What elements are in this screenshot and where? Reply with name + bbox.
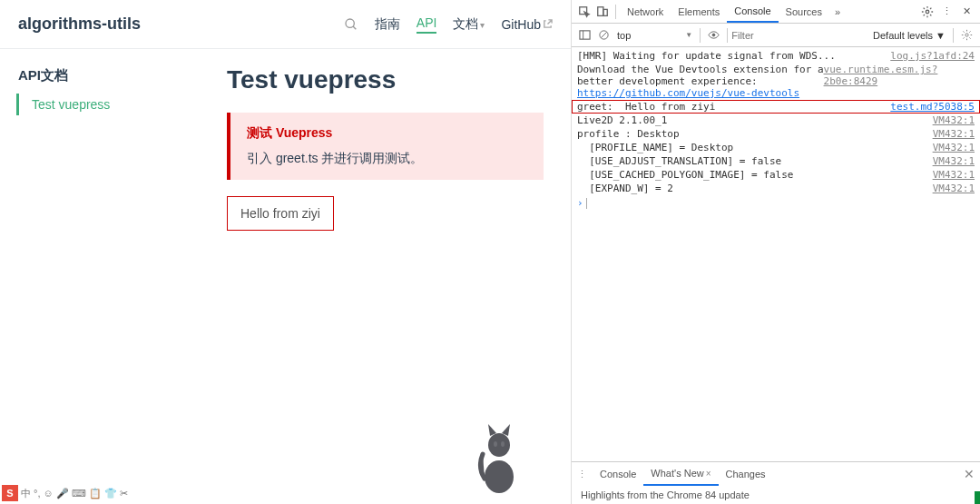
svg-rect-3 [598,6,603,15]
search-icon[interactable] [344,17,358,32]
drawer-tab-whatsnew[interactable]: What's New × [643,462,718,486]
svg-point-0 [346,19,354,27]
close-devtools[interactable]: ✕ [957,5,976,17]
ime-toolbar[interactable]: S 中 °, ☺ 🎤 ⌨ 📋 👕 ✂ [2,484,128,502]
page-title: Test vuepress [227,65,544,94]
svg-point-13 [488,433,510,457]
log-row: [USE_CACHED_POLYGON_IMAGE] = falseVM432:… [572,168,980,182]
devtools-tabs: Network Elements Console Sources » ⋮ ✕ [572,0,980,24]
svg-point-10 [712,34,715,36]
ime-badge[interactable]: S [2,485,18,501]
nav-item-api[interactable]: API [416,15,437,34]
sidebar-item-test-vuepress[interactable]: Test vuepress [16,94,200,115]
log-source[interactable]: test.md?5038:5 [890,101,975,113]
clear-console-icon[interactable] [598,29,610,41]
log-row: Download the Vue Devtools extension for … [572,63,980,100]
drawer-tab-changes[interactable]: Changes [719,469,773,479]
svg-rect-6 [580,31,590,39]
drawer-kebab-icon[interactable]: ⋮ [577,469,587,480]
log-source[interactable]: vue.runtime.esm.js?2b0e:8429 [824,64,975,99]
tab-console[interactable]: Console [727,0,778,23]
live2d-cat [472,413,526,495]
close-tab-icon[interactable]: × [706,469,711,479]
drawer-body: Highlights from the Chrome 84 update [572,486,980,504]
top-nav: algorithms-utils 指南 API 文档▾ GitHub [0,0,571,49]
svg-rect-4 [603,9,607,15]
tip-title: 测试 Vuepress [247,125,527,142]
sidebar: API文档 Test vuepress [0,49,200,504]
log-row: profile : DesktopVM432:1 [572,127,980,141]
log-levels-selector[interactable]: Default levels ▼ [873,30,946,41]
greet-output: Hello from ziyi [227,196,334,231]
tab-sources[interactable]: Sources [779,0,829,23]
tab-elements[interactable]: Elements [671,0,727,23]
svg-point-17 [501,441,505,447]
svg-point-11 [965,34,968,36]
log-row: [USE_ADJUST_TRANSLATION] = falseVM432:1 [572,154,980,168]
chevron-down-icon: ▾ [480,20,485,30]
eye-icon[interactable] [708,29,720,41]
nav-item-guide[interactable]: 指南 [375,16,400,33]
ime-icons[interactable]: 中 °, ☺ 🎤 ⌨ 📋 👕 ✂ [21,487,128,500]
log-source[interactable]: log.js?1afd:24 [890,50,975,62]
nav-item-docs[interactable]: 文档▾ [453,16,485,33]
svg-point-16 [494,441,497,447]
log-source[interactable]: VM432:1 [933,155,975,167]
console-output[interactable]: [HMR] Waiting for update signal from WDS… [572,47,980,461]
external-link-icon [543,19,553,29]
log-source[interactable]: VM432:1 [933,114,975,126]
log-link[interactable]: https://github.com/vuejs/vue-devtools [577,87,799,99]
devtools-drawer: ⋮ Console What's New × Changes ✕ Highlig… [572,461,980,504]
corner-indicator [975,491,980,504]
tab-network[interactable]: Network [620,0,671,23]
log-source[interactable]: VM432:1 [933,128,975,140]
tip-box: 测试 Vuepress 引入 greet.ts 并进行调用测试。 [227,113,544,180]
svg-line-9 [601,32,607,38]
log-row: [PROFILE_NAME] = DesktopVM432:1 [572,141,980,154]
inspect-icon[interactable] [578,5,591,18]
kebab-icon[interactable]: ⋮ [936,5,957,17]
filter-input[interactable] [731,30,813,41]
log-source[interactable]: VM432:1 [933,142,975,153]
log-row: [HMR] Waiting for update signal from WDS… [572,49,980,63]
close-drawer-icon[interactable]: ✕ [964,467,975,481]
site-title[interactable]: algorithms-utils [18,15,344,34]
sidebar-toggle-icon[interactable] [579,29,591,41]
tip-body: 引入 greet.ts 并进行调用测试。 [247,151,527,167]
context-selector[interactable]: top▼ [617,30,692,41]
log-row-highlighted: greet: Hello from ziyitest.md?5038:5 [572,100,980,114]
log-source[interactable]: VM432:1 [933,169,975,181]
log-row: [EXPAND_W] = 2VM432:1 [572,182,980,195]
console-toolbar: top▼ Default levels ▼ [572,24,980,47]
svg-line-1 [353,26,356,29]
device-icon[interactable] [596,5,609,18]
log-source[interactable]: VM432:1 [933,183,975,194]
settings-gear-icon[interactable] [961,29,973,41]
svg-point-12 [485,460,514,493]
drawer-tab-console[interactable]: Console [593,469,643,479]
gear-icon[interactable] [921,5,934,18]
svg-point-5 [926,10,929,14]
console-prompt[interactable]: › [572,195,980,211]
tabs-overflow[interactable]: » [829,6,846,17]
log-row: Live2D 2.1.00_1VM432:1 [572,114,980,127]
nav-item-github[interactable]: GitHub [501,17,553,32]
devtools-panel: Network Elements Console Sources » ⋮ ✕ t… [572,0,980,504]
sidebar-heading: API文档 [18,67,200,84]
